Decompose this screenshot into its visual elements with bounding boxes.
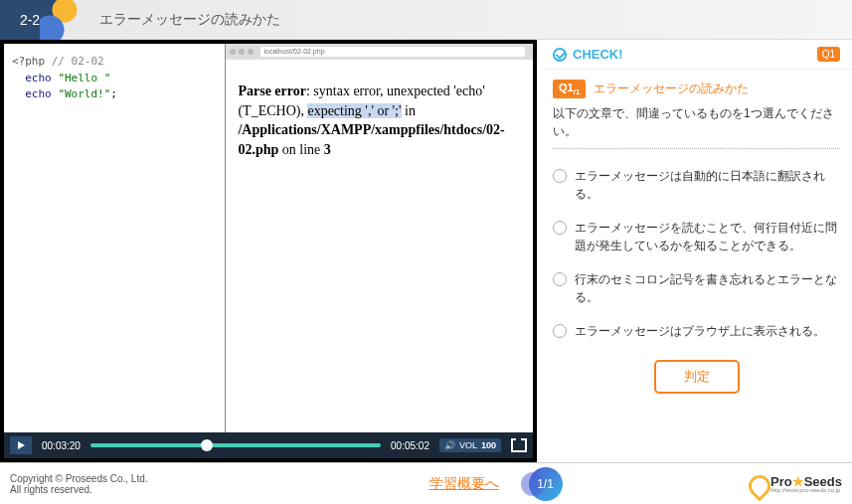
error-line-pre: on line [278,142,324,157]
logo-url: http://www.pro-seeds.co.jp [770,487,842,493]
footer: Copyright © Proseeds Co., Ltd. All right… [0,462,852,504]
volume-control[interactable]: 🔊 VOL 100 [439,438,501,452]
lesson-title: エラーメッセージの読みかた [99,11,280,29]
option-text: エラーメッセージは自動的に日本語に翻訳される。 [575,167,840,203]
quiz-header: CHECK! Q1 [541,40,852,70]
header: 2-2 エラーメッセージの読みかた [0,0,852,40]
elapsed-time: 00:03:20 [42,440,81,451]
question-prompt: 以下の文章で、間違っているものを1つ選んでください。 [553,104,840,140]
traffic-light-icon [239,49,245,55]
browser-pane: localhost/02-02.php Parse error: syntax … [226,44,533,432]
fullscreen-button[interactable] [511,438,527,452]
question-title: エラーメッセージの読みかた [594,81,749,97]
error-line: 3 [324,142,331,157]
traffic-light-icon [230,49,236,55]
play-button[interactable] [10,436,32,454]
section-badge: 2-2 [0,0,60,40]
brand-logo[interactable]: Pro★Seeds http://www.pro-seeds.co.jp [747,474,842,494]
summary-link[interactable]: 学習概要へ [429,475,499,493]
option-row[interactable]: エラーメッセージを読むことで、何行目付近に問題が発生しているかを知ることができる… [553,211,840,262]
radio-icon[interactable] [553,272,567,286]
code-comment: // 02-02 [52,55,104,68]
play-icon [18,441,25,449]
video-frame: <?php // 02-02 echo "Hello " echo "World… [4,44,533,432]
radio-icon[interactable] [553,324,567,338]
option-text: 行末のセミコロン記号を書き忘れるとエラーとなる。 [575,270,840,306]
radio-icon[interactable] [553,221,567,235]
logo-mark-icon [747,474,767,494]
browser-body: Parse error: syntax error, unexpected 'e… [226,60,533,432]
question-number: Q1/1 [553,80,586,98]
divider [553,148,840,149]
browser-chrome: localhost/02-02.php [226,44,533,60]
code-semi: ; [110,87,117,100]
option-text: エラーメッセージはブラウザ上に表示される。 [575,322,825,340]
copyright-line1: Copyright © Proseeds Co., Ltd. [10,473,268,484]
vol-value: 100 [481,440,496,450]
error-label: Parse error [238,84,306,98]
code-pane: <?php // 02-02 echo "Hello " echo "World… [4,44,226,432]
radio-icon[interactable] [553,169,567,183]
copyright-line2: All rights reserved. [10,484,268,495]
code-string: "Hello " [58,72,110,84]
quiz-panel: CHECK! Q1 Q1/1 エラーメッセージの読みかた 以下の文章で、間違って… [537,40,852,462]
url-bar: localhost/02-02.php [260,47,525,57]
option-text: エラーメッセージを読むことで、何行目付近に問題が発生しているかを知ることができる… [575,219,840,254]
page-indicator: 1/1 [529,467,563,501]
option-row[interactable]: エラーメッセージは自動的に日本語に翻訳される。 [553,159,840,211]
quiz-body: Q1/1 エラーメッセージの読みかた 以下の文章で、間違っているものを1つ選んで… [541,70,852,462]
speaker-icon: 🔊 [444,440,455,450]
error-after: in [402,103,416,118]
video-player: <?php // 02-02 echo "Hello " echo "World… [0,40,537,462]
option-row[interactable]: エラーメッセージはブラウザ上に表示される。 [553,314,840,348]
traffic-light-icon [248,49,254,55]
code-string: "World!" [58,87,110,100]
check-icon [553,48,567,62]
total-time: 00:05:02 [391,440,429,451]
code-tag: <?php [12,55,45,68]
check-label: CHECK! [573,47,817,62]
error-highlight: expecting ',' or ';' [307,103,401,118]
question-count-badge: Q1 [817,47,840,62]
vol-label: VOL [459,440,477,450]
judge-button[interactable]: 判定 [654,360,740,394]
progress-thumb[interactable] [201,439,213,451]
video-controls: 00:03:20 00:05:02 🔊 VOL 100 [4,432,533,458]
footer-copyright: Copyright © Proseeds Co., Ltd. All right… [10,473,268,495]
code-keyword: echo [25,87,52,100]
option-row[interactable]: 行末のセミコロン記号を書き忘れるとエラーとなる。 [553,262,840,314]
progress-bar[interactable] [90,443,381,447]
code-keyword: echo [25,72,52,84]
